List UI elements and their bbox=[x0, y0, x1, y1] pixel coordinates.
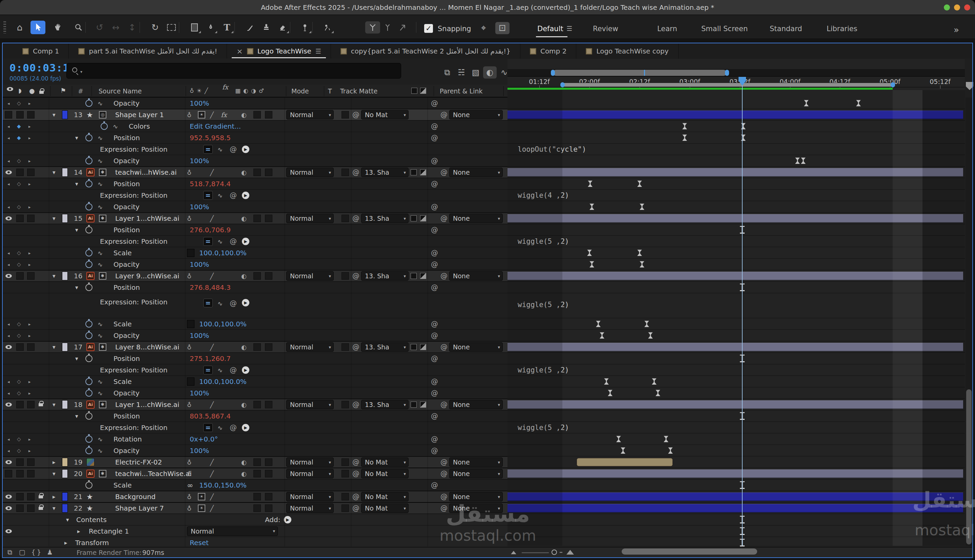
timeline-track-row[interactable] bbox=[508, 353, 965, 364]
matte-pickwhip-icon[interactable]: @ bbox=[352, 470, 359, 478]
traffic-light-red[interactable] bbox=[964, 4, 970, 10]
switch-box-1[interactable] bbox=[254, 111, 261, 118]
blend-mode-dropdown[interactable]: Normal▾ bbox=[286, 503, 334, 513]
expr-row[interactable]: Expression: Position=∿@▶ bbox=[3, 364, 508, 376]
expression-text[interactable]: wiggle(5 ,2) bbox=[518, 301, 569, 309]
stopwatch-icon[interactable] bbox=[85, 249, 92, 256]
keyframe-icon[interactable] bbox=[656, 390, 660, 396]
layer-visibility-eye-icon[interactable] bbox=[5, 495, 12, 499]
prop-row[interactable]: ◂◇▸∿Scale100.0,100.0%@ bbox=[3, 247, 508, 259]
switch-box-2[interactable] bbox=[265, 215, 272, 222]
expressions-icon[interactable]: { } bbox=[31, 548, 41, 556]
timeline-track-row[interactable]: wiggle(5 ,2) bbox=[508, 364, 965, 376]
vertical-scrollbar-thumb[interactable] bbox=[966, 389, 972, 545]
layer-label-swatch[interactable] bbox=[62, 469, 68, 478]
timeline-track-row[interactable] bbox=[508, 399, 965, 410]
effects-switch-icon[interactable]: ☀ bbox=[198, 493, 205, 500]
parent-link-dropdown[interactable]: None▾ bbox=[449, 503, 503, 513]
property-value[interactable]: 100.0,100.0% bbox=[199, 320, 247, 328]
timeline-track-row[interactable] bbox=[508, 109, 965, 120]
add-keyframe-diamond-icon[interactable]: ◇ bbox=[17, 390, 21, 396]
comp-tab-3[interactable]: ×Logo TeachWise☰ bbox=[227, 44, 331, 58]
dolly-camera-tool[interactable]: ↕ bbox=[125, 21, 140, 34]
prop-row[interactable]: ◂◇▸∿Opacity100%@ bbox=[3, 259, 508, 270]
quality-switch-icon[interactable]: ╱ bbox=[210, 215, 214, 222]
switch-box-2[interactable] bbox=[265, 168, 272, 176]
expression-pickwhip-icon[interactable]: @ bbox=[230, 237, 237, 245]
expression-pickwhip-icon[interactable]: @ bbox=[230, 366, 237, 374]
add-keyframe-diamond-icon[interactable]: ◆ bbox=[17, 123, 21, 129]
parent-link-dropdown[interactable]: None▾ bbox=[449, 168, 503, 177]
quality-switch-icon[interactable]: ╱ bbox=[210, 112, 214, 118]
track-matte-dropdown[interactable]: 13. Sha▾ bbox=[361, 213, 409, 223]
switch-box-1[interactable] bbox=[254, 401, 261, 408]
add-keyframe-diamond-icon[interactable]: ◆ bbox=[17, 135, 21, 141]
stopwatch-icon[interactable] bbox=[85, 378, 92, 385]
shy-icon[interactable]: ☵ bbox=[455, 67, 468, 78]
expression-language-menu-icon[interactable]: ▶ bbox=[242, 366, 249, 374]
switch-box-2[interactable] bbox=[265, 272, 272, 280]
keyframe-icon[interactable] bbox=[664, 436, 668, 442]
layer-twirl-icon[interactable]: ▾ bbox=[52, 401, 55, 408]
layer-label-swatch[interactable] bbox=[62, 168, 68, 177]
timeline-track-row[interactable]: wiggle(4 ,2) bbox=[508, 190, 965, 201]
collapse-switch-icon[interactable]: ♁ bbox=[187, 459, 191, 466]
collapse-switch-icon[interactable]: ♁ bbox=[187, 470, 191, 477]
work-area-bar[interactable] bbox=[563, 83, 893, 87]
layer-solo-box[interactable] bbox=[27, 470, 35, 477]
stopwatch-icon[interactable] bbox=[85, 100, 92, 107]
twirl-caret-icon[interactable]: ▾ bbox=[75, 284, 78, 291]
pickwhip-icon[interactable]: @ bbox=[431, 378, 438, 386]
prop-row[interactable]: ◂◇▸∿Opacity100%@ bbox=[3, 155, 508, 167]
add-keyframe-diamond-icon[interactable]: ◇ bbox=[17, 262, 21, 267]
expression-text[interactable]: wiggle(5 ,2) bbox=[518, 366, 569, 374]
zoom-out-icon[interactable] bbox=[511, 551, 516, 554]
motion-blur-switch-icon[interactable]: ◐ bbox=[241, 401, 247, 408]
layer-twirl-icon[interactable]: ▸ bbox=[52, 459, 55, 465]
parent-pickwhip-icon[interactable]: @ bbox=[441, 493, 447, 501]
prev-keyframe-icon[interactable]: ◂ bbox=[7, 135, 10, 140]
next-keyframe-icon[interactable]: ▸ bbox=[28, 333, 31, 338]
graph-toggle-icon[interactable]: ∿ bbox=[98, 203, 103, 210]
layer-row-22[interactable]: ▾22★Shape Layer 7♁☀╱Normal▾@No Mat▾@None… bbox=[3, 502, 508, 514]
track-matte-dropdown[interactable]: 13. Sha▾ bbox=[361, 342, 409, 352]
timeline-track-row[interactable] bbox=[508, 502, 965, 514]
layer-solo-box[interactable] bbox=[27, 401, 35, 408]
layer-label-swatch[interactable] bbox=[62, 400, 68, 409]
shape-blend-mode-dropdown[interactable]: Normal▾ bbox=[187, 527, 278, 536]
layer-label-swatch[interactable] bbox=[62, 272, 68, 280]
prev-keyframe-icon[interactable]: ◂ bbox=[7, 379, 10, 384]
keyframe-icon[interactable] bbox=[856, 100, 861, 106]
prop-row[interactable]: ◂◇▸∿Opacity100%@ bbox=[3, 201, 508, 213]
track-matte-dropdown[interactable]: No Mat▾ bbox=[361, 503, 409, 513]
prev-keyframe-icon[interactable]: ◂ bbox=[7, 437, 10, 442]
timeline-track-row[interactable] bbox=[508, 410, 965, 422]
workspace-tab-standard[interactable]: Standard bbox=[770, 25, 802, 33]
track-matte-dropdown[interactable]: No Mat▾ bbox=[361, 110, 409, 120]
keyframe-icon[interactable] bbox=[795, 157, 800, 164]
next-keyframe-icon[interactable]: ▸ bbox=[28, 181, 31, 186]
switch-box-2[interactable] bbox=[265, 401, 272, 408]
prev-keyframe-icon[interactable]: ◂ bbox=[7, 100, 10, 106]
add-keyframe-diamond-icon[interactable]: ◇ bbox=[17, 250, 21, 256]
matte-alpha-toggle[interactable] bbox=[411, 273, 417, 279]
work-area-end-handle[interactable] bbox=[891, 82, 895, 87]
workspace-tab-libraries[interactable]: Libraries bbox=[826, 25, 857, 33]
layer-lock-icon[interactable] bbox=[38, 495, 43, 498]
transform-reset[interactable]: Reset bbox=[190, 539, 209, 547]
timeline-track-row[interactable]: loopOut("cycle") bbox=[508, 143, 965, 155]
roto-brush-tool[interactable] bbox=[320, 21, 335, 34]
clone-stamp-tool[interactable] bbox=[259, 21, 274, 34]
add-keyframe-diamond-icon[interactable]: ◇ bbox=[17, 378, 21, 385]
layer-duration-bar[interactable] bbox=[508, 492, 963, 501]
matte-alpha-toggle[interactable] bbox=[411, 402, 417, 408]
expr-row[interactable]: Expression: Position=∿@▶ bbox=[3, 293, 508, 318]
keyframe-icon[interactable] bbox=[596, 321, 601, 327]
property-value[interactable]: 100% bbox=[190, 332, 209, 340]
motion-blur-switch-icon[interactable]: ◐ bbox=[241, 215, 247, 222]
preserve-transparency-box[interactable] bbox=[342, 458, 349, 466]
layer-name[interactable]: Layer 8...chWise.ai bbox=[115, 343, 179, 351]
prev-keyframe-icon[interactable]: ◂ bbox=[7, 321, 10, 327]
track-matte-dropdown[interactable]: No Mat▾ bbox=[361, 457, 409, 467]
layer-solo-box[interactable] bbox=[27, 493, 35, 500]
